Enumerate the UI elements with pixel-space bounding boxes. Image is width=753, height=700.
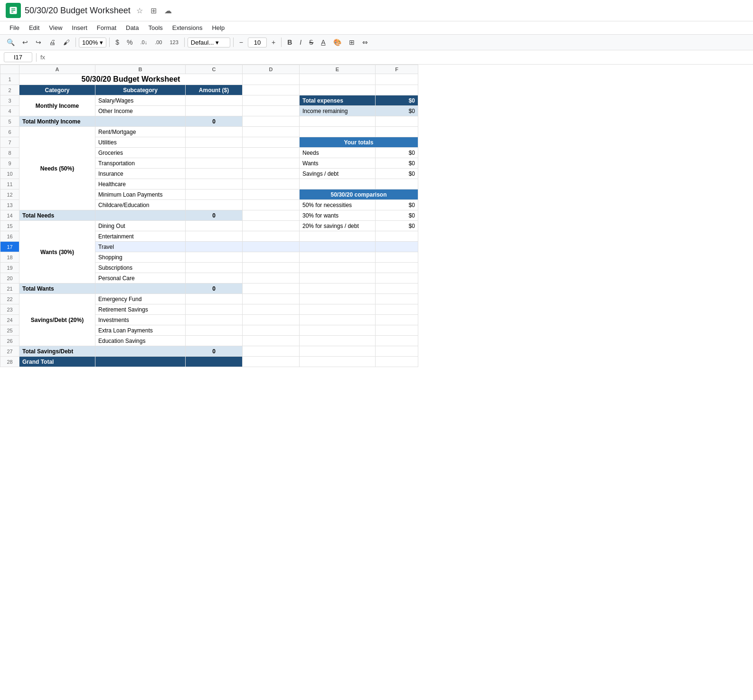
cell-e23[interactable] [300,304,376,315]
cell-d15[interactable] [243,221,300,231]
cell-d28[interactable] [243,357,300,367]
cell-d24[interactable] [243,315,300,325]
cell-f24[interactable] [376,315,418,325]
cell-c21[interactable]: 0 [186,284,243,294]
cell-b2[interactable]: Subcategory [95,85,186,95]
strikethrough-button[interactable]: S̶ [306,37,316,48]
cell-d26[interactable] [243,336,300,346]
menu-help[interactable]: Help [208,22,228,33]
menu-edit[interactable]: Edit [25,22,43,33]
menu-insert[interactable]: Insert [68,22,91,33]
cell-address[interactable]: I17 [4,52,32,62]
cell-d21[interactable] [243,284,300,294]
cell-d16[interactable] [243,231,300,242]
cell-b10[interactable]: Insurance [95,169,186,179]
col-header-c[interactable]: C [186,65,243,74]
cell-e19[interactable] [300,263,376,273]
cell-a14[interactable]: Total Needs [19,210,95,221]
col-header-b[interactable]: B [95,65,186,74]
cell-b4[interactable]: Other Income [95,106,186,116]
cell-f15-twenty-value[interactable]: $0 [376,221,418,231]
cell-c19[interactable] [186,263,243,273]
cell-a5[interactable]: Total Monthly Income [19,116,95,127]
cell-d13[interactable] [243,200,300,210]
cell-a22-savings[interactable]: Savings/Debt (20%) [19,294,95,346]
cell-b27[interactable] [95,346,186,357]
cell-f25[interactable] [376,325,418,336]
cell-f18[interactable] [376,252,418,263]
percent-button[interactable]: % [124,37,135,48]
cell-e17[interactable] [300,242,376,252]
cell-c14[interactable]: 0 [186,210,243,221]
cell-e26[interactable] [300,336,376,346]
cell-e9-wants-label[interactable]: Wants [300,158,376,169]
cell-c26[interactable] [186,336,243,346]
format-123-button[interactable]: 123 [167,38,181,47]
underline-button[interactable]: A [318,37,328,48]
font-size-input[interactable]: 10 [248,38,267,47]
cell-b17[interactable]: Travel [95,242,186,252]
cell-c24[interactable] [186,315,243,325]
cell-d7[interactable] [243,137,300,148]
cell-e25[interactable] [300,325,376,336]
cell-e13-fifty-label[interactable]: 50% for necessities [300,200,376,210]
cell-e1[interactable] [300,74,376,85]
menu-extensions[interactable]: Extensions [169,22,207,33]
cell-d5[interactable] [243,116,300,127]
cell-b26[interactable]: Education Savings [95,336,186,346]
cell-e16[interactable] [300,231,376,242]
cell-c8[interactable] [186,148,243,158]
cell-d14[interactable] [243,210,300,221]
cell-e20[interactable] [300,273,376,284]
cell-e2[interactable] [300,85,376,95]
cell-c3[interactable] [186,95,243,106]
cell-f19[interactable] [376,263,418,273]
cell-f28[interactable] [376,357,418,367]
cell-e24[interactable] [300,315,376,325]
cell-f17[interactable] [376,242,418,252]
cell-e18[interactable] [300,252,376,263]
cell-c28[interactable] [186,357,243,367]
cell-e27[interactable] [300,346,376,357]
cell-f21[interactable] [376,284,418,294]
cell-b24[interactable]: Investments [95,315,186,325]
cell-c17[interactable] [186,242,243,252]
cell-a21[interactable]: Total Wants [19,284,95,294]
cell-c10[interactable] [186,169,243,179]
cell-b20[interactable]: Personal Care [95,273,186,284]
cell-f20[interactable] [376,273,418,284]
cell-f16[interactable] [376,231,418,242]
decimal-decrease-button[interactable]: .0↓ [138,38,151,47]
cell-f27[interactable] [376,346,418,357]
cell-c5[interactable]: 0 [186,116,243,127]
menu-file[interactable]: File [6,22,23,33]
cell-e15-twenty-label[interactable]: 20% for savings / debt [300,221,376,231]
cell-d23[interactable] [243,304,300,315]
cell-d27[interactable] [243,346,300,357]
cell-d12[interactable] [243,189,300,200]
cell-d11[interactable] [243,179,300,189]
cell-b14[interactable] [95,210,186,221]
cell-e4-income-remaining-label[interactable]: Income remaining [300,106,376,116]
col-header-e[interactable]: E [300,65,376,74]
cell-c16[interactable] [186,231,243,242]
cell-d9[interactable] [243,158,300,169]
col-header-f[interactable]: F [376,65,418,74]
bold-button[interactable]: B [284,37,295,48]
col-header-d[interactable]: D [243,65,300,74]
col-header-a[interactable]: A [19,65,95,74]
cell-d17[interactable] [243,242,300,252]
cell-c22[interactable] [186,294,243,304]
cell-c9[interactable] [186,158,243,169]
cell-f4-income-remaining-value[interactable]: $0 [376,106,418,116]
cell-b12[interactable]: Minimum Loan Payments [95,189,186,200]
merge-button[interactable]: ⇔ [359,37,371,48]
cell-d4[interactable] [243,106,300,116]
redo-button[interactable]: ↪ [33,37,44,48]
cell-f26[interactable] [376,336,418,346]
cell-e10-savings-label[interactable]: Savings / debt [300,169,376,179]
cell-e5[interactable] [300,116,376,127]
borders-button[interactable]: ⊞ [346,37,358,48]
cell-d3[interactable] [243,95,300,106]
cell-a15-wants[interactable]: Wants (30%) [19,221,95,284]
